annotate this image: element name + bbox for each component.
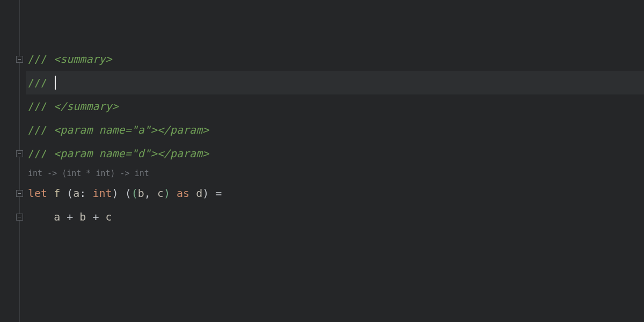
- text-cursor: [55, 76, 56, 90]
- code-token: param: [60, 123, 92, 136]
- code-token: (: [125, 187, 131, 200]
- code-token: name: [99, 123, 125, 136]
- code-token: c: [157, 187, 164, 200]
- code-token: param: [170, 147, 202, 160]
- code-token: name: [99, 147, 125, 160]
- code-token: :: [79, 187, 86, 200]
- code-token: [86, 187, 92, 200]
- code-token: >: [112, 100, 119, 113]
- code-token: [99, 210, 106, 223]
- code-token: f: [54, 187, 60, 200]
- code-token: [209, 187, 215, 200]
- code-token: =: [125, 147, 131, 160]
- code-token: [73, 210, 79, 223]
- code-token: [151, 187, 157, 200]
- code-token: [60, 210, 67, 223]
- code-token: >: [106, 53, 112, 65]
- code-token: ,: [144, 187, 151, 200]
- code-token: [170, 187, 177, 200]
- code-token: summary: [60, 53, 105, 65]
- code-token: c: [106, 210, 112, 223]
- code-token: +: [67, 210, 73, 223]
- code-token: let: [28, 187, 47, 200]
- code-token: [92, 123, 99, 136]
- code-token: </: [54, 100, 67, 113]
- code-token: b: [138, 187, 144, 200]
- code-token: int: [92, 187, 112, 200]
- blank-line[interactable]: [26, 24, 644, 47]
- code-token: [92, 147, 99, 160]
- fold-guideline: [19, 0, 20, 322]
- code-token: <: [54, 147, 60, 160]
- code-editor[interactable]: /// <summary>/// /// </summary>/// <para…: [0, 0, 644, 322]
- fold-toggle-icon[interactable]: [16, 56, 23, 63]
- code-token: as: [177, 187, 189, 200]
- code-token: ): [164, 187, 170, 200]
- code-line[interactable]: /// </summary>: [26, 94, 644, 118]
- code-line[interactable]: let f (a: int) ((b, c) as d) =: [26, 181, 644, 205]
- code-token: summary: [67, 100, 112, 113]
- code-token: ///: [28, 147, 54, 160]
- code-token: +: [92, 210, 99, 223]
- code-token: [86, 210, 92, 223]
- code-line[interactable]: ///: [26, 71, 644, 94]
- code-line[interactable]: /// <param name="d"></param>: [26, 142, 644, 165]
- code-token: [60, 187, 67, 200]
- code-token: >: [202, 147, 209, 160]
- code-token: ///: [28, 123, 54, 136]
- code-token: "a": [131, 123, 151, 136]
- code-token: (: [67, 187, 73, 200]
- code-token: <: [54, 53, 60, 65]
- code-token: ): [202, 187, 209, 200]
- code-token: <: [54, 123, 60, 136]
- code-token: a: [54, 210, 60, 223]
- code-token: param: [170, 123, 202, 136]
- code-token: (: [131, 187, 138, 200]
- code-token: >: [151, 147, 157, 160]
- code-line[interactable]: a + b + c: [26, 205, 644, 229]
- blank-line[interactable]: [26, 0, 644, 24]
- fold-toggle-icon[interactable]: [16, 150, 23, 157]
- code-token: </: [157, 147, 170, 160]
- code-token: param: [60, 147, 92, 160]
- code-token: =: [215, 187, 222, 200]
- code-token: [189, 187, 196, 200]
- code-line[interactable]: /// <param name="a"></param>: [26, 118, 644, 142]
- code-token: ): [112, 187, 119, 200]
- code-token: "d": [131, 147, 151, 160]
- gutter: [0, 0, 26, 322]
- inlay-type-hint: int -> (int * int) -> int: [26, 165, 644, 181]
- code-token: d: [196, 187, 202, 200]
- code-token: >: [151, 123, 157, 136]
- code-token: </: [157, 123, 170, 136]
- code-token: [119, 187, 125, 200]
- code-line[interactable]: /// <summary>: [26, 47, 644, 71]
- code-token: [47, 187, 54, 200]
- code-token: a: [73, 187, 79, 200]
- code-token: [28, 210, 54, 223]
- code-area[interactable]: /// <summary>/// /// </summary>/// <para…: [26, 0, 644, 322]
- code-token: ///: [28, 100, 54, 113]
- code-token: ///: [28, 53, 54, 65]
- fold-toggle-icon[interactable]: [16, 190, 23, 197]
- code-token: ///: [28, 76, 54, 89]
- code-token: =: [125, 123, 131, 136]
- fold-toggle-icon[interactable]: [16, 214, 23, 221]
- code-token: b: [79, 210, 86, 223]
- code-token: >: [202, 123, 209, 136]
